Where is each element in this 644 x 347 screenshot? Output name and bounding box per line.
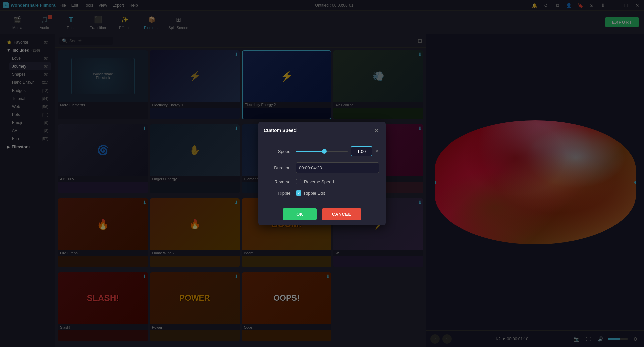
custom-speed-modal: Custom Speed ✕ Speed: 1.00 ✕ — [258, 122, 386, 225]
reverse-checkbox-label[interactable]: Reverse Speed — [296, 179, 334, 184]
ripple-row: Ripple: ✓ Ripple Edit — [265, 190, 379, 196]
ripple-checkbox[interactable]: ✓ — [296, 190, 301, 196]
ripple-label: Ripple: — [265, 191, 292, 196]
modal-body: Speed: 1.00 ✕ Duration: 00:00:04:23 — [258, 139, 386, 203]
modal-footer: OK CANCEL — [258, 203, 386, 225]
speed-label: Speed: — [265, 149, 292, 154]
speed-slider-container[interactable] — [296, 148, 348, 155]
reverse-content: Reverse Speed — [296, 179, 379, 184]
reverse-row: Reverse: Reverse Speed — [265, 179, 379, 184]
ripple-checkbox-label[interactable]: ✓ Ripple Edit — [296, 190, 325, 196]
modal-title: Custom Speed — [264, 128, 297, 133]
duration-content: 00:00:04:23 — [296, 162, 379, 173]
speed-clear-button[interactable]: ✕ — [375, 149, 379, 154]
speed-thumb[interactable] — [322, 149, 327, 154]
reverse-text: Reverse Speed — [304, 179, 334, 184]
reverse-label: Reverse: — [265, 179, 292, 184]
speed-input[interactable]: 1.00 — [351, 146, 372, 156]
modal-overlay: Custom Speed ✕ Speed: 1.00 ✕ — [0, 0, 644, 347]
duration-row: Duration: 00:00:04:23 — [265, 162, 379, 173]
ok-button[interactable]: OK — [283, 208, 317, 220]
speed-content: 1.00 ✕ — [296, 146, 379, 156]
modal-header: Custom Speed ✕ — [258, 122, 386, 139]
duration-input[interactable]: 00:00:04:23 — [296, 162, 379, 173]
speed-row: Speed: 1.00 ✕ — [265, 146, 379, 156]
duration-label: Duration: — [265, 165, 292, 170]
cancel-button[interactable]: CANCEL — [322, 208, 361, 220]
speed-track — [296, 151, 348, 152]
speed-fill — [296, 151, 324, 152]
ripple-content: ✓ Ripple Edit — [296, 190, 379, 196]
ripple-text: Ripple Edit — [304, 191, 325, 196]
modal-close-button[interactable]: ✕ — [372, 126, 380, 134]
reverse-checkbox[interactable] — [296, 179, 301, 184]
